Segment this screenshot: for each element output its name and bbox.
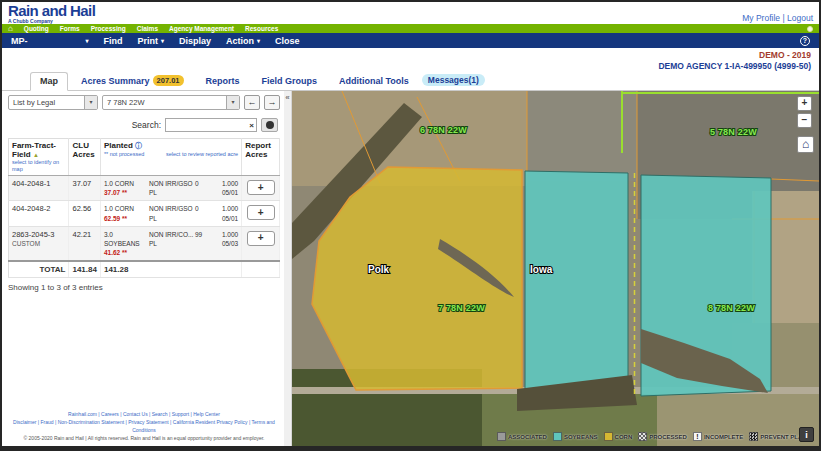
col-farm-tract-field[interactable]: Farm-Tract-Field ▲ select to identify on… — [9, 139, 69, 176]
total-label: TOTAL — [9, 261, 69, 278]
panel-footer: Rainhail.com | Careers | Contact Us | Se… — [8, 410, 280, 444]
map-info-button[interactable]: i — [799, 427, 814, 442]
legend-incomplete: ! INCOMPLETE — [693, 432, 743, 441]
menu-quoting[interactable]: Quoting — [24, 25, 49, 32]
col-report-acres: Report Acres — [242, 139, 280, 176]
practice-type: PL — [149, 188, 195, 197]
print-menu[interactable]: Print ▾ — [138, 36, 165, 46]
tab-additional-tools[interactable]: Additional Tools — [330, 73, 418, 90]
table-row[interactable]: 404-2048-1 37.07 1.0 CORN 37.07 ** NON I… — [9, 176, 280, 201]
crop-label: 1.0 CORN — [104, 179, 149, 188]
acres-badge: 207.01 — [153, 75, 184, 86]
plant-date: 05/01 — [209, 188, 238, 197]
share-value: 1.000 — [209, 230, 238, 239]
tab-reports[interactable]: Reports — [197, 73, 249, 90]
footer-links-1[interactable]: Rainhail.com | Careers | Contact Us | Se… — [8, 410, 280, 418]
my-profile-link[interactable]: My Profile — [742, 13, 780, 23]
zoom-out-button[interactable]: − — [797, 113, 812, 128]
list-by-select[interactable]: List by Legal ▾ — [8, 95, 98, 110]
close-button[interactable]: Close — [275, 36, 300, 46]
map-view[interactable]: 6 78N 22W 5 78N 22W 7 78N 22W 8 78N 22W … — [292, 91, 819, 446]
col-planted[interactable]: Planted ⓘ ** not processed select to rev… — [100, 139, 241, 176]
report-acres-button[interactable]: + — [247, 205, 275, 220]
report-acres-button[interactable]: + — [247, 180, 275, 195]
header: Rain and Hail A Chubb Company My Profile… — [2, 2, 819, 24]
info-icon[interactable]: ⓘ — [135, 142, 142, 149]
menu-agency-management[interactable]: Agency Management — [169, 25, 234, 32]
planted-acres[interactable]: 41.62 ** — [104, 248, 149, 257]
table-header-row: Farm-Tract-Field ▲ select to identify on… — [9, 139, 280, 176]
link-divider: | — [782, 13, 784, 23]
logout-link[interactable]: Logout — [787, 13, 813, 23]
clear-icon[interactable]: × — [249, 121, 254, 130]
menu-right-icon[interactable] — [807, 26, 813, 32]
find-button[interactable]: Find — [104, 36, 123, 46]
search-input[interactable]: × — [165, 118, 257, 132]
legal-value: 7 78N 22W — [107, 98, 145, 107]
clu-header-label: CLU Acres — [72, 141, 94, 159]
list-by-value: List by Legal — [13, 98, 55, 107]
clu-acres-value: 62.56 — [69, 201, 100, 226]
field-patch — [527, 91, 637, 181]
planted-acres[interactable]: 62.59 ** — [104, 214, 149, 223]
policy-label: MP- — [11, 36, 28, 46]
table-row[interactable]: 2863-2045-3 CUSTOM 42.21 3.0 SOYBEANS 41… — [9, 226, 280, 261]
total-clu: 141.84 — [69, 261, 100, 278]
legend-associated: ASSOCIATED — [497, 432, 547, 441]
field-id[interactable]: 404-2048-2 — [12, 204, 65, 213]
type-code: 0 — [195, 179, 209, 197]
panel-collapse-handle[interactable]: « — [284, 91, 292, 446]
tab-acres-summary[interactable]: Acres Summary 207.01 — [72, 72, 193, 90]
associated-swatch — [497, 432, 506, 441]
display-button[interactable]: Display — [179, 36, 211, 46]
tab-messages[interactable]: Messages(1) — [422, 71, 494, 90]
farm-header-hint: select to identify on map — [12, 159, 65, 173]
legal-select[interactable]: 7 78N 22W ▾ — [102, 95, 240, 110]
filter-row: List by Legal ▾ 7 78N 22W ▾ ← → — [8, 95, 280, 110]
left-panel: List by Legal ▾ 7 78N 22W ▾ ← → Search: … — [2, 91, 284, 446]
action-label: Action — [226, 36, 254, 46]
messages-badge: Messages(1) — [422, 74, 485, 86]
home-extent-button[interactable]: ⌂ — [797, 136, 814, 153]
col-clu-acres[interactable]: CLU Acres — [69, 139, 100, 176]
incomplete-swatch: ! — [693, 432, 702, 441]
section-label-7: 7 78N 22W — [438, 303, 485, 313]
policy-selector[interactable]: MP- ▾ — [11, 36, 89, 46]
legend-processed: PROCESSED — [638, 432, 687, 441]
print-label: Print — [138, 36, 159, 46]
report-acres-button[interactable]: + — [247, 231, 275, 246]
tab-field-groups[interactable]: Field Groups — [253, 73, 327, 90]
legend-label: ASSOCIATED — [508, 434, 547, 440]
soybean-field-polygon[interactable] — [525, 171, 628, 397]
home-icon[interactable]: ⌂ — [8, 25, 13, 33]
zoom-in-button[interactable]: + — [797, 96, 812, 111]
policy-redacted — [31, 37, 83, 45]
section-label-8: 8 78N 22W — [708, 303, 755, 313]
footer-links-2[interactable]: Disclaimer | Fraud | Non-Discrimination … — [8, 418, 280, 434]
tab-map[interactable]: Map — [30, 72, 68, 91]
menu-claims[interactable]: Claims — [137, 25, 158, 32]
field-id[interactable]: 2863-2045-3 — [12, 230, 65, 239]
menu-forms[interactable]: Forms — [60, 25, 80, 32]
collapse-icon: « — [285, 93, 289, 102]
menu-resources[interactable]: Resources — [245, 25, 278, 32]
section-label-6: 6 78N 22W — [420, 125, 467, 135]
next-arrow-button[interactable]: → — [264, 95, 280, 110]
menu-processing[interactable]: Processing — [91, 25, 126, 32]
field-id[interactable]: 404-2048-1 — [12, 179, 65, 188]
legend-label: INCOMPLETE — [704, 434, 743, 440]
tab-additional-tools-label: Additional Tools — [339, 76, 409, 86]
help-icon[interactable]: ? — [800, 36, 810, 46]
search-info-button[interactable] — [261, 118, 278, 132]
prev-arrow-button[interactable]: ← — [244, 95, 260, 110]
table-row[interactable]: 404-2048-2 62.56 1.0 CORN 62.59 ** NON I… — [9, 201, 280, 226]
field-custom-tag: CUSTOM — [12, 240, 65, 247]
corn-swatch — [604, 432, 613, 441]
map-canvas[interactable]: 6 78N 22W 5 78N 22W 7 78N 22W 8 78N 22W … — [292, 91, 819, 446]
practice-type: PL — [149, 214, 195, 223]
action-menu[interactable]: Action ▾ — [226, 36, 260, 46]
planted-acres[interactable]: 37.07 ** — [104, 188, 149, 197]
circle-icon — [266, 121, 274, 129]
crop-label: 3.0 SOYBEANS — [104, 230, 149, 248]
footer-copyright: © 2005-2020 Rain and Hail | All rights r… — [8, 434, 280, 442]
